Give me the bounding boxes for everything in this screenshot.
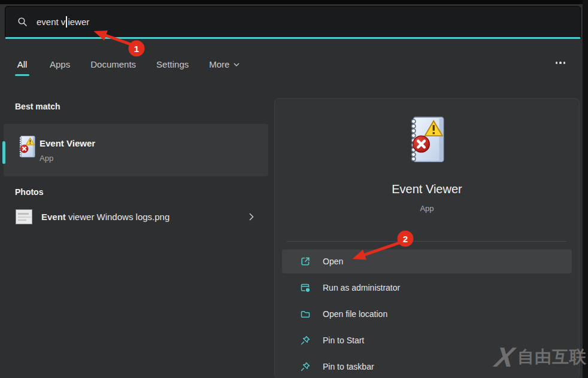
photos-heading: Photos xyxy=(15,187,43,197)
best-match-result[interactable] xyxy=(4,124,268,176)
photo-title-rest: viewer Windows logs.png xyxy=(66,212,169,222)
event-viewer-large-icon xyxy=(404,114,450,166)
open-button[interactable]: Open xyxy=(282,249,572,273)
preview-subtitle: App xyxy=(275,204,579,213)
step-1-badge: 1 xyxy=(134,44,139,54)
photo-thumbnail-icon xyxy=(16,209,32,224)
run-as-administrator-label: Run as administrator xyxy=(323,283,400,292)
tab-more[interactable]: More xyxy=(209,59,240,76)
top-border xyxy=(0,0,588,4)
selection-indicator xyxy=(2,141,5,164)
photos-result-row[interactable]: Event viewer Windows logs.png xyxy=(4,202,268,231)
search-text-before-caret: event v xyxy=(37,17,65,27)
text-caret xyxy=(66,16,67,28)
best-match-subtitle: App xyxy=(40,154,53,163)
pin-icon xyxy=(300,335,311,346)
watermark-text: 自由互联 xyxy=(517,346,587,368)
chevron-right-icon[interactable] xyxy=(249,213,254,221)
search-query[interactable]: event v iewer xyxy=(37,16,89,28)
pin-to-taskbar-label: Pin to taskbar xyxy=(323,362,374,371)
site-watermark: X 自由互联 xyxy=(496,343,587,371)
open-label: Open xyxy=(323,257,343,266)
best-match-heading: Best match xyxy=(15,102,60,111)
tab-settings[interactable]: Settings xyxy=(156,59,189,76)
open-file-location-label: Open file location xyxy=(323,309,387,319)
event-viewer-icon xyxy=(16,135,38,159)
photo-title-match: Event xyxy=(41,212,66,222)
search-input[interactable]: event v iewer xyxy=(5,6,581,38)
chevron-down-icon xyxy=(234,63,240,66)
right-border xyxy=(583,0,588,378)
open-file-location-button[interactable]: Open file location xyxy=(282,302,572,326)
more-options-icon[interactable] xyxy=(556,62,566,64)
search-accent-underline xyxy=(5,37,580,39)
search-icon xyxy=(17,17,28,27)
preview-panel: Event Viewer App Open xyxy=(274,98,580,378)
pin-to-start-label: Pin to Start xyxy=(323,336,364,345)
search-text-after-caret: iewer xyxy=(68,17,89,27)
admin-shield-icon xyxy=(300,282,311,293)
photo-result-title: Event viewer Windows logs.png xyxy=(41,212,169,222)
active-tab-indicator xyxy=(15,74,29,76)
search-filter-tabs: All Apps Documents Settings More xyxy=(15,59,240,76)
tab-apps[interactable]: Apps xyxy=(50,59,70,76)
folder-icon xyxy=(300,309,311,319)
windows-search-flyout: event v iewer All Apps Documents Setting… xyxy=(0,0,588,378)
divider xyxy=(287,241,567,242)
tab-all[interactable]: All xyxy=(15,59,29,76)
tab-documents[interactable]: Documents xyxy=(90,59,136,76)
pin-icon xyxy=(300,361,311,372)
best-match-title[interactable]: Event Viewer xyxy=(40,138,95,148)
preview-title: Event Viewer xyxy=(275,182,579,196)
run-as-administrator-button[interactable]: Run as administrator xyxy=(282,276,572,300)
open-external-icon xyxy=(300,256,311,267)
